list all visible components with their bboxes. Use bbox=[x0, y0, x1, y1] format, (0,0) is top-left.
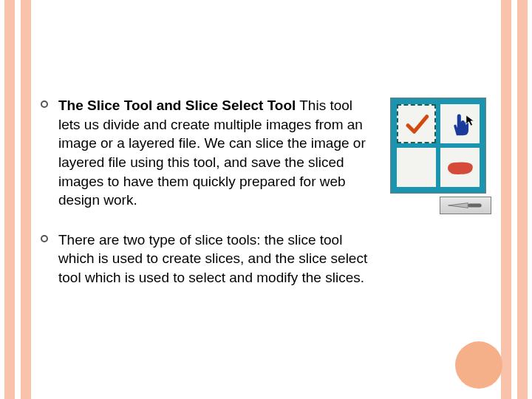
bullet-item: There are two type of slice tools: the s… bbox=[41, 231, 491, 287]
slice-cell bbox=[440, 104, 480, 143]
bullet-marker bbox=[41, 235, 48, 242]
decor-stripe bbox=[517, 0, 528, 399]
decor-circle bbox=[455, 341, 502, 389]
blob-icon bbox=[446, 159, 475, 177]
decor-stripe bbox=[501, 0, 511, 399]
slice-cell bbox=[397, 104, 436, 143]
slice-tool-icon bbox=[440, 197, 491, 214]
decor-stripe bbox=[4, 0, 15, 399]
svg-rect-0 bbox=[468, 204, 481, 208]
diamond-icon bbox=[403, 154, 430, 181]
bullet-text: The Slice Tool and Slice Select Tool Thi… bbox=[58, 96, 369, 210]
bullet-marker bbox=[41, 100, 48, 108]
slice-cell bbox=[397, 148, 436, 187]
bullet-text: There are two type of slice tools: the s… bbox=[58, 231, 369, 287]
checkmark-icon bbox=[404, 112, 429, 137]
slice-cell bbox=[440, 148, 480, 187]
bullet-title: The Slice Tool and Slice Select Tool bbox=[58, 98, 296, 113]
slice-grid-thumbnail bbox=[390, 98, 486, 194]
decor-stripe bbox=[21, 0, 31, 399]
cursor-icon bbox=[465, 114, 478, 127]
bullet-body: There are two type of slice tools: the s… bbox=[58, 232, 367, 285]
bullet-body: This tool lets us divide and create mult… bbox=[58, 98, 366, 208]
